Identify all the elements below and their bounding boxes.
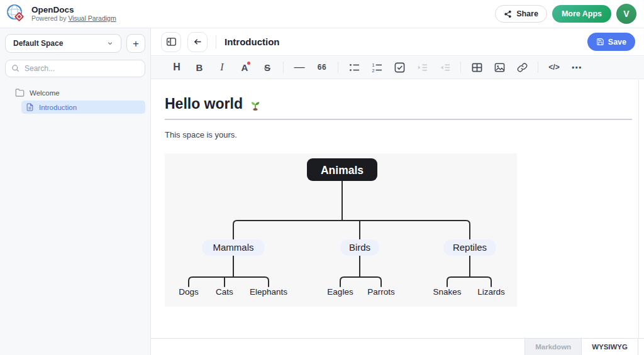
tree-item-label: Introduction [39, 104, 77, 111]
share-label: Share [516, 9, 538, 18]
doc-heading: Hello world [165, 96, 632, 120]
tree-diagram-svg: Animals Mammals Birds Reptiles Dogs Cats… [165, 153, 517, 307]
toolbar-divider [460, 62, 461, 73]
tree-leaf-label: Parrots [367, 287, 395, 297]
toolbar-divider [283, 62, 284, 73]
code-button[interactable]: </> [545, 58, 564, 76]
search-box [5, 60, 145, 77]
document-tree: Welcome Introduction [5, 86, 145, 114]
tree-root-label: Animals [321, 164, 364, 177]
save-icon [596, 38, 604, 46]
user-avatar[interactable]: V [616, 4, 636, 24]
indent-button[interactable] [413, 58, 431, 76]
opendocs-app: OpenDocs Powered by Visual Paradigm Shar… [0, 0, 644, 355]
tree-leaf-label: Elephants [250, 287, 287, 297]
table-button[interactable] [467, 58, 486, 76]
doc-paragraph: This space is yours. [165, 130, 632, 139]
color-dot [247, 62, 250, 65]
bullet-list-icon [349, 62, 360, 73]
image-icon [494, 62, 505, 73]
tree-item-label: Welcome [30, 89, 60, 97]
numbered-list-icon: 12 [372, 62, 382, 73]
bold-button[interactable]: B [190, 58, 209, 76]
text-color-button[interactable]: A [235, 58, 254, 76]
tree-branch-label: Reptiles [453, 242, 487, 253]
folder-icon [15, 88, 25, 97]
document-icon [26, 103, 34, 111]
outdent-button[interactable] [435, 58, 454, 76]
italic-button[interactable]: I [213, 58, 231, 76]
toolbar-divider [538, 62, 538, 73]
share-button[interactable]: Share [495, 5, 547, 23]
strikethrough-button[interactable]: S [258, 58, 277, 76]
blockquote-button[interactable]: 66 [313, 58, 331, 76]
powered-by-prefix: Powered by [31, 14, 66, 22]
heading-button[interactable]: H [167, 58, 186, 76]
tab-wysiwyg[interactable]: WYSIWYG [581, 339, 638, 355]
more-apps-button[interactable]: More Apps [552, 5, 611, 23]
header-actions: Share More Apps V [495, 4, 636, 24]
sidebar: Default Space + Welcome [0, 28, 151, 355]
numbered-list-button[interactable]: 12 [367, 58, 386, 76]
space-row: Default Space + [5, 34, 145, 53]
doc-heading-text: Hello world [165, 96, 243, 112]
horizontal-rule-button[interactable]: — [290, 58, 309, 76]
svg-text:1: 1 [372, 62, 374, 67]
search-icon [11, 64, 20, 73]
brand: OpenDocs Powered by Visual Paradigm [6, 4, 116, 24]
tree-leaf-label: Cats [216, 287, 233, 297]
save-button[interactable]: Save [587, 33, 635, 51]
formatting-toolbar: H B I A S — 66 12 [151, 55, 644, 79]
space-selector-value: Default Space [13, 39, 63, 48]
sidebar-panel-icon [166, 36, 177, 47]
tab-markdown[interactable]: Markdown [525, 339, 581, 355]
animals-tree-diagram: Animals Mammals Birds Reptiles Dogs Cats… [165, 153, 517, 307]
doc-header: Introduction Save [151, 28, 644, 55]
tree-leaf-label: Eagles [327, 287, 353, 297]
search-input[interactable] [25, 64, 139, 73]
add-space-button[interactable]: + [126, 34, 145, 53]
more-options-button[interactable]: ⋯ [567, 58, 586, 76]
app-header: OpenDocs Powered by Visual Paradigm Shar… [0, 0, 644, 28]
tree-leaf-label: Lizards [477, 287, 505, 297]
visual-paradigm-link[interactable]: Visual Paradigm [68, 14, 116, 22]
tree-connectors [189, 181, 491, 287]
task-list-button[interactable] [390, 58, 409, 76]
link-icon [517, 62, 528, 73]
editor-footer: Markdown WYSIWYG [151, 338, 644, 355]
powered-by: Powered by Visual Paradigm [31, 14, 116, 23]
share-icon [504, 10, 512, 18]
page-title: Introduction [225, 36, 279, 47]
toggle-sidebar-button[interactable] [161, 32, 181, 52]
outdent-icon [440, 62, 450, 73]
tree-branch-label: Mammals [213, 242, 253, 253]
editor-content[interactable]: Hello world This space is yours. [151, 79, 644, 307]
app-title: OpenDocs [31, 5, 116, 14]
bullet-list-button[interactable] [345, 58, 364, 76]
brand-text: OpenDocs Powered by Visual Paradigm [31, 5, 116, 23]
main-panel: Introduction Save H B I A S — 66 [151, 28, 644, 355]
svg-text:2: 2 [372, 68, 374, 73]
back-button[interactable] [187, 32, 208, 52]
indent-icon [417, 62, 428, 73]
image-button[interactable] [490, 58, 509, 76]
visual-paradigm-logo-icon [6, 4, 26, 24]
sidebar-item-introduction[interactable]: Introduction [21, 101, 145, 114]
toolbar-divider [338, 62, 338, 73]
table-icon [472, 62, 482, 73]
tree-branch-label: Birds [349, 242, 370, 253]
link-button[interactable] [513, 58, 531, 76]
divider [216, 35, 216, 49]
chevron-down-icon [106, 39, 114, 48]
sidebar-item-welcome[interactable]: Welcome [5, 86, 145, 99]
seedling-emoji-icon [248, 99, 262, 112]
tree-leaf-label: Dogs [179, 287, 199, 297]
arrow-left-icon [192, 36, 203, 47]
scrollbar-track[interactable] [638, 80, 639, 338]
space-selector-dropdown[interactable]: Default Space [5, 34, 121, 53]
task-list-icon [394, 62, 405, 73]
tree-leaf-label: Snakes [433, 287, 461, 297]
save-label: Save [608, 38, 626, 46]
mode-tabs: Markdown WYSIWYG [525, 339, 638, 355]
